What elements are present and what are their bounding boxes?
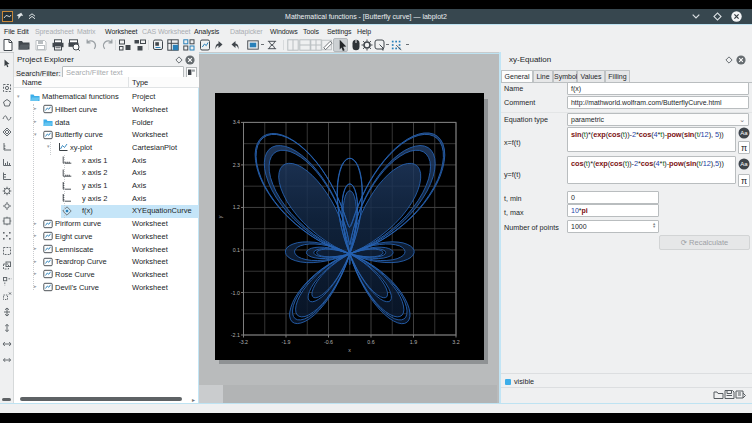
svg-text:x: x bbox=[348, 347, 351, 353]
svg-text:0.1: 0.1 bbox=[233, 247, 240, 253]
svg-text:-3.2: -3.2 bbox=[239, 339, 248, 345]
svg-text:3.2: 3.2 bbox=[452, 339, 459, 345]
svg-text:-1.9: -1.9 bbox=[281, 339, 290, 345]
svg-text:-1.0: -1.0 bbox=[231, 290, 240, 296]
svg-text:y: y bbox=[217, 215, 223, 218]
svg-text:Aa: Aa bbox=[740, 130, 748, 136]
svg-text:1.2: 1.2 bbox=[233, 204, 240, 210]
svg-text:2.3: 2.3 bbox=[233, 162, 240, 168]
svg-text:-2.1: -2.1 bbox=[231, 332, 240, 338]
svg-text:-0.6: -0.6 bbox=[324, 339, 333, 345]
svg-text:Aa: Aa bbox=[740, 161, 748, 167]
svg-text:1.9: 1.9 bbox=[410, 339, 417, 345]
svg-text:3.4: 3.4 bbox=[233, 119, 240, 125]
svg-text:0.6: 0.6 bbox=[367, 339, 374, 345]
